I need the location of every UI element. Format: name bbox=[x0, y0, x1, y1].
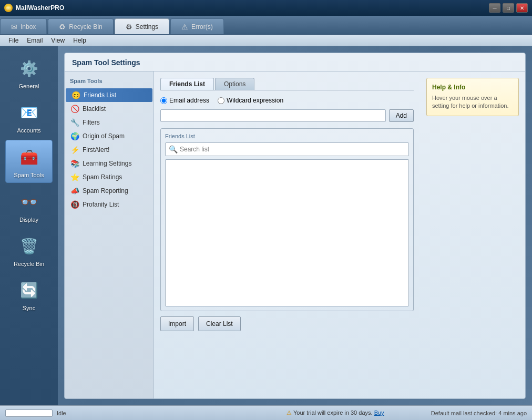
settings-title: Spam Tool Settings bbox=[72, 58, 140, 67]
tab-inbox[interactable]: ✉ Inbox bbox=[0, 18, 47, 34]
nav-item-blacklist[interactable]: 🚫 Blacklist bbox=[65, 102, 154, 116]
sidebar-general-label: General bbox=[18, 83, 39, 89]
search-input[interactable] bbox=[180, 146, 405, 153]
nav-item-filters[interactable]: 🔧 Filters bbox=[65, 116, 154, 129]
window-controls: ─ □ ✕ bbox=[489, 3, 528, 13]
tab-errors-label: Error(s) bbox=[191, 23, 213, 30]
nav-item-friends-list[interactable]: 😊 Friends List bbox=[66, 88, 152, 102]
app-title: MailWasherPRO bbox=[16, 4, 489, 12]
nav-filters-label: Filters bbox=[83, 119, 100, 126]
clear-list-button[interactable]: Clear List bbox=[198, 316, 241, 331]
help-box: Help & Info Hover your mouse over a sett… bbox=[426, 78, 519, 116]
radio-wildcard-input[interactable] bbox=[218, 97, 224, 104]
tab-recycle-bin[interactable]: ♻ Recycle Bin bbox=[48, 18, 113, 34]
sidebar-spam-label: Spam Tools bbox=[14, 172, 44, 178]
close-button[interactable]: ✕ bbox=[516, 3, 528, 13]
nav-origin-label: Origin of Spam bbox=[83, 132, 125, 140]
nav-spam-reporting-label: Spam Reporting bbox=[83, 187, 128, 194]
tab-bar: ✉ Inbox ♻ Recycle Bin ⚙ Settings ⚠ Error… bbox=[0, 16, 532, 35]
friends-list-label: Friends List bbox=[165, 133, 409, 139]
nav-item-origin-of-spam[interactable]: 🌍 Origin of Spam bbox=[65, 129, 154, 143]
button-row: Import Clear List bbox=[160, 316, 414, 331]
content-panel: Spam Tool Settings Spam Tools 😊 Friends … bbox=[58, 46, 532, 405]
radio-email-label: Email address bbox=[169, 97, 209, 104]
email-input-row: Add bbox=[160, 109, 414, 122]
import-button[interactable]: Import bbox=[160, 316, 194, 331]
nav-item-learning-settings[interactable]: 📚 Learning Settings bbox=[65, 157, 154, 170]
settings-body: Spam Tools 😊 Friends List 🚫 Blacklist 🔧 … bbox=[65, 71, 525, 398]
sidebar-item-general[interactable]: ⚙️ General bbox=[5, 52, 53, 94]
radio-wildcard[interactable]: Wildcard expression bbox=[218, 97, 283, 104]
sidebar-item-display[interactable]: 👓 Display bbox=[5, 185, 53, 227]
menu-email[interactable]: Email bbox=[23, 36, 47, 45]
help-title: Help & Info bbox=[432, 84, 513, 91]
settings-panel: Spam Tool Settings Spam Tools 😊 Friends … bbox=[64, 53, 526, 399]
nav-friends-list-label: Friends List bbox=[84, 91, 116, 99]
sidebar-item-recycle-bin[interactable]: 🗑️ Recycle Bin bbox=[5, 229, 53, 271]
sync-icon: 🔄 bbox=[16, 278, 42, 303]
profanity-list-icon: 🔞 bbox=[70, 200, 79, 209]
inbox-icon: ✉ bbox=[11, 23, 17, 31]
minimize-button[interactable]: ─ bbox=[489, 3, 500, 13]
friends-list-area bbox=[165, 159, 409, 306]
nav-firstalert-label: FirstAlert! bbox=[83, 146, 109, 153]
nav-item-spam-ratings[interactable]: ⭐ Spam Ratings bbox=[65, 170, 154, 184]
firstalert-icon: ⚡ bbox=[70, 146, 79, 154]
friends-list-box: Friends List 🔍 bbox=[160, 128, 414, 311]
general-icon: ⚙️ bbox=[16, 56, 42, 81]
last-checked-status: Default mail last checked: 4 mins ago bbox=[431, 410, 527, 416]
maximize-button[interactable]: □ bbox=[503, 3, 514, 13]
tab-settings[interactable]: ⚙ Settings bbox=[115, 18, 169, 34]
display-icon: 👓 bbox=[16, 189, 42, 214]
tab-recycle-label: Recycle Bin bbox=[69, 23, 102, 30]
spam-reporting-icon: 📣 bbox=[70, 187, 79, 195]
tab-settings-label: Settings bbox=[136, 23, 158, 30]
main-content: ⚙️ General 📧 Accounts 🧰 Spam Tools 👓 Dis… bbox=[0, 46, 532, 405]
menu-file[interactable]: File bbox=[4, 36, 23, 45]
tab-friends-list[interactable]: Friends List bbox=[160, 78, 214, 90]
tab-errors[interactable]: ⚠ Error(s) bbox=[170, 18, 224, 34]
sidebar-accounts-label: Accounts bbox=[17, 127, 40, 134]
progress-bar bbox=[5, 409, 53, 417]
recycle-icon: ♻ bbox=[59, 23, 66, 31]
buy-link[interactable]: Buy bbox=[374, 409, 384, 416]
sidebar-item-accounts[interactable]: 📧 Accounts bbox=[5, 96, 53, 138]
blacklist-icon: 🚫 bbox=[70, 105, 79, 113]
sidebar-item-spam-tools[interactable]: 🧰 Spam Tools bbox=[5, 140, 53, 183]
help-text: Hover your mouse over a setting for help… bbox=[432, 94, 513, 110]
recycle-bin-icon: 🗑️ bbox=[16, 233, 42, 259]
nav-learning-label: Learning Settings bbox=[83, 160, 131, 167]
nav-item-firstalert[interactable]: ⚡ FirstAlert! bbox=[65, 143, 154, 157]
nav-item-spam-reporting[interactable]: 📣 Spam Reporting bbox=[65, 184, 154, 198]
radio-email-input[interactable] bbox=[160, 97, 167, 104]
spam-tools-nav: Spam Tools 😊 Friends List 🚫 Blacklist 🔧 … bbox=[65, 71, 154, 398]
learning-settings-icon: 📚 bbox=[70, 159, 79, 168]
filters-icon: 🔧 bbox=[70, 118, 79, 127]
email-field[interactable] bbox=[160, 109, 386, 122]
menu-view[interactable]: View bbox=[47, 36, 69, 45]
trial-text: Your trial will expire in 30 days. bbox=[293, 409, 373, 416]
sidebar: ⚙️ General 📧 Accounts 🧰 Spam Tools 👓 Dis… bbox=[0, 46, 58, 405]
sidebar-item-sync[interactable]: 🔄 Sync bbox=[5, 273, 53, 315]
search-icon: 🔍 bbox=[169, 145, 178, 153]
tab-options[interactable]: Options bbox=[215, 78, 254, 90]
inner-tabs: Friends List Options bbox=[160, 78, 414, 90]
title-bar: ✉ MailWasherPRO ─ □ ✕ bbox=[0, 0, 532, 16]
add-button[interactable]: Add bbox=[389, 109, 414, 122]
menu-help[interactable]: Help bbox=[69, 36, 90, 45]
sidebar-display-label: Display bbox=[19, 217, 38, 223]
settings-header: Spam Tool Settings bbox=[65, 53, 525, 71]
friends-list-icon: 😊 bbox=[71, 91, 80, 99]
radio-email-address[interactable]: Email address bbox=[160, 97, 209, 104]
spam-ratings-icon: ⭐ bbox=[70, 173, 79, 181]
nav-item-profanity-list[interactable]: 🔞 Profanity List bbox=[65, 198, 154, 211]
nav-profanity-label: Profanity List bbox=[83, 201, 119, 208]
spam-tools-icon: 🧰 bbox=[16, 145, 42, 170]
sidebar-sync-label: Sync bbox=[23, 305, 35, 311]
nav-spam-ratings-label: Spam Ratings bbox=[83, 173, 122, 181]
settings-icon: ⚙ bbox=[126, 23, 132, 31]
radio-group: Email address Wildcard expression bbox=[160, 97, 414, 104]
error-icon: ⚠ bbox=[181, 23, 188, 31]
search-row: 🔍 bbox=[165, 142, 409, 156]
status-bar: Idle ⚠ Your trial will expire in 30 days… bbox=[0, 405, 532, 420]
